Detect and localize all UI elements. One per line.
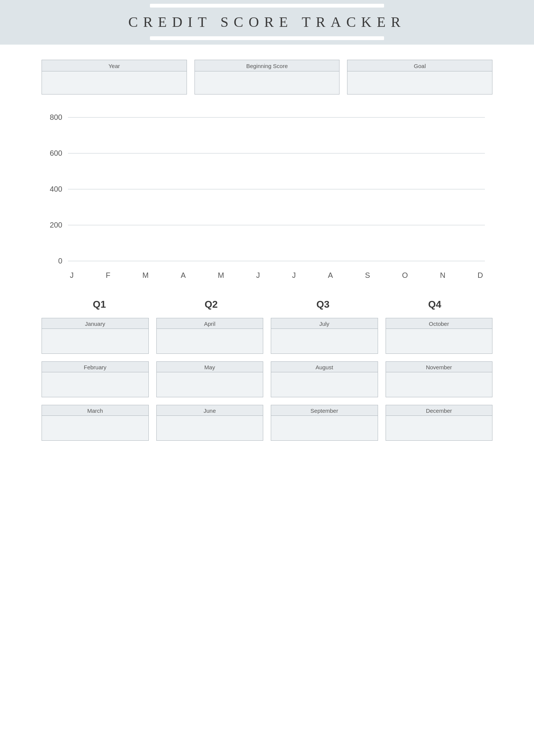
- chart-grid: 800 600 400 200 0: [68, 117, 485, 261]
- year-label: Year: [42, 60, 187, 71]
- y-label-800: 800: [40, 113, 62, 122]
- year-input[interactable]: [42, 71, 187, 94]
- monthly-row-1: January April July October: [42, 318, 492, 354]
- cell-november: November: [386, 361, 493, 397]
- y-label-600: 600: [40, 149, 62, 158]
- august-label: August: [271, 362, 378, 372]
- december-input[interactable]: [386, 416, 492, 440]
- chart-area: 800 600 400 200 0: [42, 113, 492, 280]
- january-input[interactable]: [42, 329, 148, 353]
- header-bottom-bar: [150, 36, 384, 40]
- quarter-q3: Q3: [267, 299, 379, 310]
- chart-line-600: 600: [68, 153, 485, 153]
- main-content: Year Beginning Score Goal 800 6: [0, 45, 534, 456]
- header: CREDIT SCORE TRACKER: [0, 0, 534, 45]
- year-cell: Year: [42, 60, 187, 94]
- beginning-score-input[interactable]: [195, 71, 340, 94]
- chart-line-200: 200: [68, 225, 485, 225]
- x-label-j2: J: [256, 271, 260, 280]
- y-label-0: 0: [40, 257, 62, 265]
- cell-april: April: [156, 318, 264, 354]
- cell-august: August: [271, 361, 378, 397]
- september-label: September: [271, 405, 378, 416]
- august-input[interactable]: [271, 372, 378, 397]
- december-label: December: [386, 405, 492, 416]
- september-input[interactable]: [271, 416, 378, 440]
- april-input[interactable]: [157, 329, 263, 353]
- x-label-m2: M: [218, 271, 224, 280]
- quarter-q2: Q2: [155, 299, 267, 310]
- x-label-f: F: [106, 271, 110, 280]
- x-label-j3: J: [292, 271, 296, 280]
- x-label-a2: A: [328, 271, 333, 280]
- cell-june: June: [156, 405, 264, 441]
- beginning-score-cell: Beginning Score: [194, 60, 340, 94]
- february-input[interactable]: [42, 372, 148, 397]
- x-label-o: O: [402, 271, 408, 280]
- page: CREDIT SCORE TRACKER Year Beginning Scor…: [0, 0, 534, 756]
- monthly-row-2: February May August November: [42, 361, 492, 397]
- cell-may: May: [156, 361, 264, 397]
- x-label-m1: M: [142, 271, 149, 280]
- cell-september: September: [271, 405, 378, 441]
- march-input[interactable]: [42, 416, 148, 440]
- may-label: May: [157, 362, 263, 372]
- quarter-q1: Q1: [43, 299, 155, 310]
- x-label-a1: A: [181, 271, 186, 280]
- chart-line-400: 400: [68, 189, 485, 189]
- goal-label: Goal: [347, 60, 492, 71]
- february-label: February: [42, 362, 148, 372]
- page-title: CREDIT SCORE TRACKER: [0, 11, 534, 33]
- october-label: October: [386, 318, 492, 329]
- cell-december: December: [386, 405, 493, 441]
- june-input[interactable]: [157, 416, 263, 440]
- monthly-row-3: March June September December: [42, 405, 492, 441]
- november-label: November: [386, 362, 492, 372]
- cell-october: October: [386, 318, 493, 354]
- november-input[interactable]: [386, 372, 492, 397]
- january-label: January: [42, 318, 148, 329]
- y-label-400: 400: [40, 185, 62, 194]
- cell-july: July: [271, 318, 378, 354]
- goal-input[interactable]: [347, 71, 492, 94]
- may-input[interactable]: [157, 372, 263, 397]
- quarter-q4: Q4: [379, 299, 491, 310]
- october-input[interactable]: [386, 329, 492, 353]
- chart-line-0: 0: [68, 261, 485, 261]
- chart-line-800: 800: [68, 117, 485, 118]
- x-label-j1: J: [70, 271, 74, 280]
- july-label: July: [271, 318, 378, 329]
- goal-cell: Goal: [347, 60, 492, 94]
- y-label-200: 200: [40, 221, 62, 229]
- cell-march: March: [42, 405, 149, 441]
- x-label-s: S: [365, 271, 370, 280]
- x-label-n: N: [440, 271, 445, 280]
- x-label-d: D: [477, 271, 483, 280]
- header-top-bar: [150, 4, 384, 8]
- march-label: March: [42, 405, 148, 416]
- june-label: June: [157, 405, 263, 416]
- july-input[interactable]: [271, 329, 378, 353]
- monthly-grid: January April July October: [42, 318, 492, 441]
- cell-january: January: [42, 318, 149, 354]
- april-label: April: [157, 318, 263, 329]
- quarters-row: Q1 Q2 Q3 Q4: [42, 299, 492, 310]
- cell-february: February: [42, 361, 149, 397]
- info-row: Year Beginning Score Goal: [42, 60, 492, 94]
- beginning-score-label: Beginning Score: [195, 60, 340, 71]
- chart-x-labels: J F M A M J J A S O N D: [68, 271, 485, 280]
